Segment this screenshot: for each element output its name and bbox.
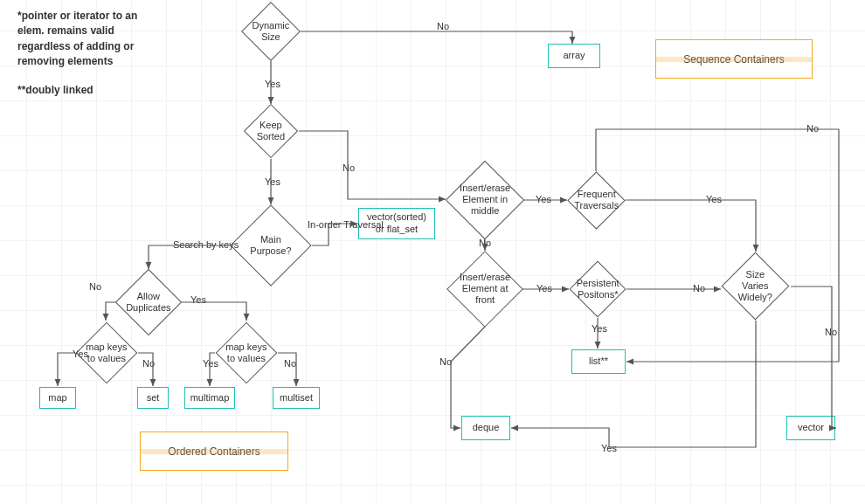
result-multiset: multiset [273, 387, 320, 409]
label-yes-2: Yes [265, 176, 280, 187]
diagram-canvas: *pointer or iterator to an elem. remains… [0, 0, 865, 504]
banner-sequence-containers: Sequence Containers [655, 39, 813, 79]
label-no-2: No [343, 162, 355, 173]
decision-size-varies: Size Varies Widely? [722, 252, 790, 321]
label-no-1: No [437, 21, 449, 31]
label-yes-8: Yes [536, 283, 552, 293]
result-deque: deque [461, 416, 510, 440]
result-map: map [39, 387, 76, 409]
decision-main-purpose: Main Purpose? [230, 204, 311, 286]
decision-keep-sorted: Keep Sorted [244, 104, 298, 158]
label-yes-3: Yes [190, 294, 206, 305]
decision-persistent-positions: Persistent Positons* [569, 260, 626, 317]
label-yes-5: Yes [203, 358, 218, 369]
decision-frequent-traversals: Frequent Traversals [567, 171, 625, 229]
result-list: list** [571, 349, 626, 374]
result-multimap: multimap [184, 387, 235, 409]
label-search-by-keys: Search by keys [173, 239, 239, 250]
label-no-7: No [806, 123, 819, 134]
result-array: array [548, 44, 600, 68]
footnote-1: *pointer or iterator to an elem. remains… [17, 9, 166, 70]
label-yes-1: Yes [265, 79, 280, 89]
label-inorder-traversal: In-order Traversal [308, 219, 360, 230]
decision-insert-middle: Insert/erase Element in middle [446, 161, 525, 240]
label-no-4: No [142, 358, 155, 369]
label-yes-9: Yes [592, 323, 607, 334]
decision-insert-front: Insert/erase Element at front [446, 251, 523, 328]
label-no-8: No [439, 356, 452, 367]
label-yes-4: Yes [73, 349, 88, 359]
decision-allow-duplicates: Allow Duplicates [115, 269, 182, 335]
label-no-6: No [479, 238, 491, 248]
label-yes-10: Yes [601, 443, 617, 453]
label-yes-6: Yes [536, 194, 551, 204]
label-no-9: No [693, 283, 705, 293]
label-no-5: No [284, 358, 296, 369]
decision-dynamic-size: Dynamic Size [241, 2, 301, 61]
footnote-2: **doubly linked [17, 83, 166, 98]
banner-ordered-containers: Ordered Containers [140, 432, 288, 471]
decision-map-keys-right: map keys to values [216, 322, 278, 384]
label-no-3: No [89, 281, 101, 292]
label-yes-7: Yes [706, 194, 722, 204]
label-no-10: No [825, 327, 837, 337]
result-vector: vector [786, 416, 835, 440]
result-set: set [137, 387, 169, 409]
